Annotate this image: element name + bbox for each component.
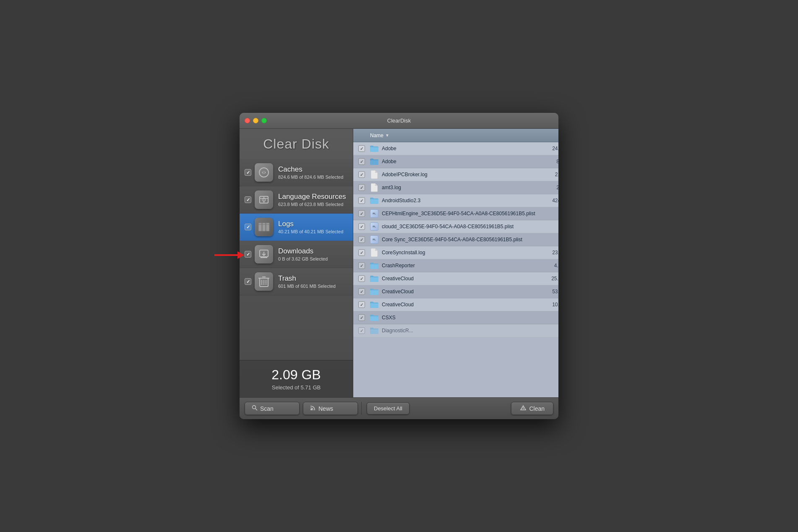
file-checkbox[interactable] bbox=[358, 314, 365, 321]
file-checkbox[interactable] bbox=[358, 288, 365, 295]
folder-icon bbox=[370, 326, 378, 335]
file-size: 25.05 MB bbox=[535, 276, 558, 282]
file-size: 2.07 KB bbox=[535, 172, 558, 177]
folder-icon bbox=[370, 157, 378, 166]
file-row[interactable]: CSXS 375 B bbox=[353, 311, 558, 324]
file-size: 218 KB bbox=[535, 185, 558, 190]
file-row[interactable]: CreativeCloud 10.29 KB bbox=[353, 298, 558, 311]
arrow-shaft bbox=[214, 254, 237, 256]
file-checkbox[interactable] bbox=[358, 275, 365, 282]
scan-label: Scan bbox=[260, 405, 274, 412]
logs-checkbox[interactable] bbox=[245, 224, 251, 230]
file-checkbox[interactable] bbox=[358, 197, 365, 204]
language-checkbox[interactable] bbox=[245, 196, 251, 203]
summary-label: Selected of 5.71 GB bbox=[246, 384, 346, 391]
folder-icon bbox=[370, 274, 378, 283]
downloads-icon bbox=[255, 245, 273, 263]
file-name: CEPHtmlEngine_3CE36D5E-94F0-54CA-A0A8-CE… bbox=[382, 211, 535, 216]
svg-point-26 bbox=[310, 409, 312, 410]
file-row[interactable]: CoreSyncInstall.log 23.08 KB bbox=[353, 246, 558, 259]
file-row[interactable]: PL CEPHtmlEngine_3CE36D5E-94F0-54CA-A0A8… bbox=[353, 207, 558, 220]
file-name: CreativeCloud bbox=[382, 302, 535, 308]
scan-button[interactable]: Scan bbox=[245, 402, 300, 415]
file-checkbox[interactable] bbox=[358, 145, 365, 152]
downloads-checkbox[interactable] bbox=[245, 251, 251, 258]
logs-info: Logs 40.21 MB of 40.21 MB Selected bbox=[278, 220, 348, 234]
file-checkbox[interactable] bbox=[358, 184, 365, 191]
search-icon bbox=[252, 405, 258, 412]
file-checkbox[interactable] bbox=[358, 327, 365, 334]
folder-icon bbox=[370, 287, 378, 296]
language-size: 623.8 MB of 623.8 MB Selected bbox=[278, 202, 348, 207]
file-row[interactable]: amt3.log 218 KB bbox=[353, 181, 558, 194]
toolbar-left: Scan News bbox=[245, 402, 358, 415]
titlebar: ClearDisk bbox=[240, 113, 558, 129]
language-icon bbox=[255, 190, 273, 209]
file-row[interactable]: Adobe 24.94 KB bbox=[353, 142, 558, 155]
folder-icon bbox=[370, 196, 378, 205]
file-row[interactable]: CreativeCloud 53.71 KB bbox=[353, 285, 558, 298]
file-row[interactable]: CreativeCloud 25.05 MB bbox=[353, 272, 558, 285]
caches-checkbox[interactable] bbox=[245, 169, 251, 176]
caches-info: Caches 824.6 MB of 824.6 MB Selected bbox=[278, 165, 348, 180]
file-name: DiagnosticR... bbox=[382, 328, 535, 334]
file-checkbox[interactable] bbox=[358, 249, 365, 256]
trash-icon bbox=[255, 272, 273, 291]
file-row[interactable]: Adobe 865 KB bbox=[353, 155, 558, 168]
file-checkbox[interactable] bbox=[358, 301, 365, 308]
language-info: Language Resources 623.8 MB of 623.8 MB … bbox=[278, 193, 348, 207]
file-name: AndroidStudio2.3 bbox=[382, 198, 535, 203]
file-checkbox[interactable] bbox=[358, 223, 365, 230]
category-item-logs[interactable]: Logs 40.21 MB of 40.21 MB Selected bbox=[240, 214, 353, 241]
file-name: cloudd_3CE36D5E-94F0-54CA-A0A8-CE8056196… bbox=[382, 224, 535, 229]
file-row[interactable]: AdobeIPCBroker.log 2.07 KB bbox=[353, 168, 558, 181]
downloads-info: Downloads 0 B of 3.62 GB Selected bbox=[278, 247, 348, 261]
svg-point-24 bbox=[253, 406, 256, 409]
file-row[interactable]: PL Core Sync_3CE36D5E-94F0-54CA-A0A8-CE8… bbox=[353, 233, 558, 246]
file-row[interactable]: PL cloudd_3CE36D5E-94F0-54CA-A0A8-CE8056… bbox=[353, 220, 558, 233]
app-window: ClearDisk Clear Disk bbox=[240, 113, 558, 419]
close-button[interactable] bbox=[245, 118, 250, 123]
trash-info: Trash 601 MB of 601 MB Selected bbox=[278, 274, 348, 289]
maximize-button[interactable] bbox=[261, 118, 267, 123]
deselect-all-button[interactable]: Deselect All bbox=[367, 402, 409, 415]
file-checkbox[interactable] bbox=[358, 171, 365, 178]
file-size: 161 B bbox=[535, 224, 558, 229]
file-size: 168 B bbox=[535, 211, 558, 216]
file-row[interactable]: CrashReporter 4.94 MB bbox=[353, 259, 558, 272]
category-item-caches[interactable]: Caches 824.6 MB of 824.6 MB Selected bbox=[240, 159, 353, 186]
file-checkbox[interactable] bbox=[358, 210, 365, 217]
trash-checkbox[interactable] bbox=[245, 278, 251, 285]
minimize-button[interactable] bbox=[253, 118, 258, 123]
file-name: Core Sync_3CE36D5E-94F0-54CA-A0A8-CE8056… bbox=[382, 237, 535, 243]
app-title: Clear Disk bbox=[240, 129, 353, 159]
traffic-lights bbox=[245, 118, 267, 123]
file-size: 865 KB bbox=[535, 159, 558, 164]
right-panel: Name ▼ Size Adobe 24.94 KB bbox=[353, 129, 558, 397]
svg-rect-8 bbox=[266, 223, 269, 231]
category-item-downloads[interactable]: Downloads 0 B of 3.62 GB Selected bbox=[240, 241, 353, 268]
category-item-language[interactable]: Language Resources 623.8 MB of 623.8 MB … bbox=[240, 186, 353, 214]
file-row[interactable]: DiagnosticR... ... bbox=[353, 324, 558, 337]
file-checkbox[interactable] bbox=[358, 158, 365, 165]
plist-icon: PL bbox=[370, 209, 378, 218]
folder-icon bbox=[370, 300, 378, 309]
clean-button[interactable]: Clean bbox=[511, 402, 553, 415]
clean-label: Clean bbox=[529, 405, 545, 412]
caches-icon bbox=[255, 163, 273, 182]
file-checkbox[interactable] bbox=[358, 262, 365, 269]
news-button[interactable]: News bbox=[303, 402, 358, 415]
downloads-name: Downloads bbox=[278, 247, 348, 256]
category-item-trash[interactable]: Trash 601 MB of 601 MB Selected bbox=[240, 268, 353, 295]
file-name: Adobe bbox=[382, 146, 535, 151]
file-row[interactable]: AndroidStudio2.3 424.2 KB bbox=[353, 194, 558, 207]
svg-rect-6 bbox=[258, 223, 262, 231]
trash-name: Trash bbox=[278, 274, 348, 283]
file-name: Adobe bbox=[382, 159, 535, 164]
doc-icon bbox=[370, 248, 378, 257]
sort-arrow-icon: ▼ bbox=[385, 133, 389, 138]
file-name: CSXS bbox=[382, 315, 535, 321]
toolbar-right: Deselect All Clean bbox=[361, 402, 553, 415]
file-checkbox[interactable] bbox=[358, 236, 365, 243]
trash-size: 601 MB of 601 MB Selected bbox=[278, 284, 348, 289]
